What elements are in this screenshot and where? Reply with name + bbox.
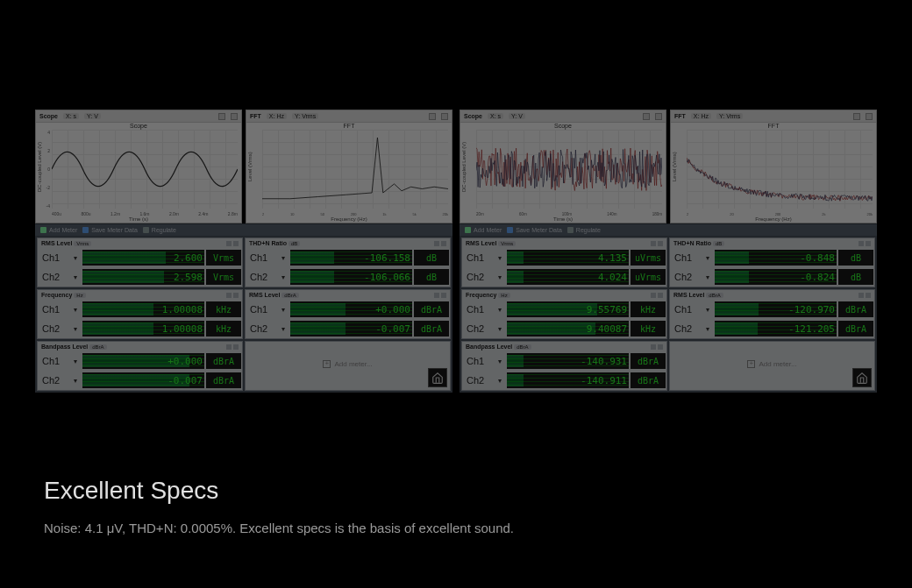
meter-unit-token[interactable]: dBrA [281, 293, 298, 298]
pin-icon[interactable] [651, 293, 656, 298]
close-icon[interactable] [233, 344, 239, 350]
close-icon[interactable] [233, 293, 239, 298]
close-icon[interactable] [441, 241, 446, 246]
close-icon[interactable] [866, 241, 871, 246]
meter-bar[interactable]: -0.848 [715, 250, 837, 266]
regulate-button[interactable]: Regulate [143, 227, 176, 233]
close-icon[interactable] [658, 344, 663, 350]
meter-bar[interactable]: -120.970 [715, 301, 837, 317]
settings-icon[interactable] [853, 113, 860, 120]
fft-x-token[interactable]: X: Hz [691, 113, 711, 119]
meter-bar[interactable]: -0.007 [82, 372, 204, 388]
pin-icon[interactable] [434, 293, 439, 298]
add-meter-box[interactable]: + Add meter... [245, 341, 451, 391]
save-meter-data-button[interactable]: Save Meter Data [82, 227, 138, 233]
meter-unit-token[interactable]: Vrms [498, 241, 516, 246]
meter-bar[interactable]: -106.158 [290, 250, 412, 266]
fft-x-token[interactable]: X: Hz [267, 113, 287, 119]
meter-bar[interactable]: 2.598 [82, 269, 204, 285]
meter-bar[interactable]: 4.135 [507, 250, 629, 266]
close-icon[interactable] [441, 293, 446, 298]
plus-icon[interactable]: + [323, 360, 331, 368]
scope-plot[interactable] [476, 130, 662, 209]
settings-icon[interactable] [218, 113, 225, 120]
dropdown-icon[interactable]: ▾ [706, 273, 713, 281]
pin-icon[interactable] [859, 293, 864, 298]
close-icon[interactable] [866, 293, 871, 298]
pin-icon[interactable] [226, 293, 232, 298]
add-meter-box[interactable]: + Add meter... [669, 341, 875, 391]
fft-plot[interactable] [687, 130, 873, 209]
meter-unit-token[interactable]: dBrA [514, 344, 531, 350]
meter-bar[interactable]: -140.911 [507, 372, 629, 388]
meter-bar[interactable]: 9.40087 [507, 321, 629, 337]
pin-icon[interactable] [434, 241, 439, 246]
dropdown-icon[interactable]: ▾ [706, 306, 713, 314]
scope-chart[interactable]: Scope X: s Y: V Scope 420-2-4 [35, 110, 242, 223]
meter-unit-token[interactable]: dB [289, 241, 300, 246]
close-icon[interactable] [658, 293, 663, 298]
add-meter-button[interactable]: Add Meter [40, 227, 77, 233]
meter-unit-token[interactable]: dBrA [89, 344, 106, 350]
dropdown-icon[interactable]: ▾ [281, 273, 289, 281]
meter-bar[interactable]: -0.007 [290, 321, 412, 337]
meter-bar[interactable]: -140.931 [507, 353, 629, 369]
meter-unit-token[interactable]: Hz [498, 293, 509, 298]
expand-icon[interactable] [655, 113, 662, 120]
meter-unit-token[interactable]: dBrA [706, 293, 723, 298]
pin-icon[interactable] [651, 344, 656, 350]
scope-y-token[interactable]: Y: V [84, 113, 101, 119]
add-meter-button[interactable]: Add Meter [465, 227, 502, 233]
settings-icon[interactable] [429, 113, 436, 120]
close-icon[interactable] [233, 241, 239, 246]
home-icon[interactable] [428, 368, 447, 387]
fft-y-token[interactable]: Y: Vrms [716, 113, 743, 119]
home-icon[interactable] [852, 368, 872, 387]
scope-y-token[interactable]: Y: V [509, 113, 525, 119]
settings-icon[interactable] [643, 113, 650, 120]
fft-y-token[interactable]: Y: Vrms [292, 113, 318, 119]
fft-plot[interactable] [262, 130, 448, 209]
dropdown-icon[interactable]: ▾ [498, 358, 505, 365]
meter-bar[interactable]: 2.600 [82, 250, 204, 266]
close-icon[interactable] [658, 241, 663, 246]
dropdown-icon[interactable]: ▾ [74, 377, 81, 385]
expand-icon[interactable] [866, 113, 873, 120]
dropdown-icon[interactable]: ▾ [281, 306, 289, 314]
add-meter-placeholder[interactable]: + Add meter... [246, 342, 450, 386]
meter-bar[interactable]: -121.205 [715, 321, 837, 337]
dropdown-icon[interactable]: ▾ [498, 273, 505, 281]
meter-bar[interactable]: 1.00008 [82, 321, 204, 337]
dropdown-icon[interactable]: ▾ [498, 254, 505, 262]
save-meter-data-button[interactable]: Save Meter Data [507, 227, 562, 233]
meter-bar[interactable]: 4.024 [507, 269, 629, 285]
meter-unit-token[interactable]: Vrms [74, 241, 91, 246]
dropdown-icon[interactable]: ▾ [74, 358, 81, 365]
meter-bar[interactable]: 1.00008 [82, 301, 204, 317]
dropdown-icon[interactable]: ▾ [74, 306, 81, 314]
add-meter-placeholder[interactable]: + Add meter... [670, 342, 874, 386]
scope-x-token[interactable]: X: s [488, 113, 503, 119]
plus-icon[interactable]: + [747, 360, 755, 368]
expand-icon[interactable] [441, 113, 448, 120]
meter-bar[interactable]: 9.55769 [507, 301, 629, 317]
dropdown-icon[interactable]: ▾ [498, 377, 505, 385]
regulate-button[interactable]: Regulate [567, 227, 601, 233]
scope-plot[interactable] [52, 130, 238, 209]
pin-icon[interactable] [226, 344, 232, 350]
pin-icon[interactable] [226, 241, 232, 246]
meter-bar[interactable]: -0.824 [715, 269, 837, 285]
meter-unit-token[interactable]: dB [713, 241, 724, 246]
dropdown-icon[interactable]: ▾ [281, 325, 289, 333]
scope-chart[interactable]: Scope X: s Y: V Scope 20m60m100m140m180m [460, 110, 666, 223]
pin-icon[interactable] [651, 241, 656, 246]
dropdown-icon[interactable]: ▾ [74, 325, 81, 333]
expand-icon[interactable] [231, 113, 238, 120]
dropdown-icon[interactable]: ▾ [706, 325, 713, 333]
dropdown-icon[interactable]: ▾ [74, 254, 81, 262]
meter-bar[interactable]: +0.000 [290, 301, 412, 317]
scope-x-token[interactable]: X: s [63, 113, 79, 119]
pin-icon[interactable] [859, 241, 864, 246]
fft-chart[interactable]: FFT X: Hz Y: Vrms FFT 210502001k5k20k Fr… [246, 110, 452, 223]
meter-bar[interactable]: +0.000 [82, 353, 204, 369]
